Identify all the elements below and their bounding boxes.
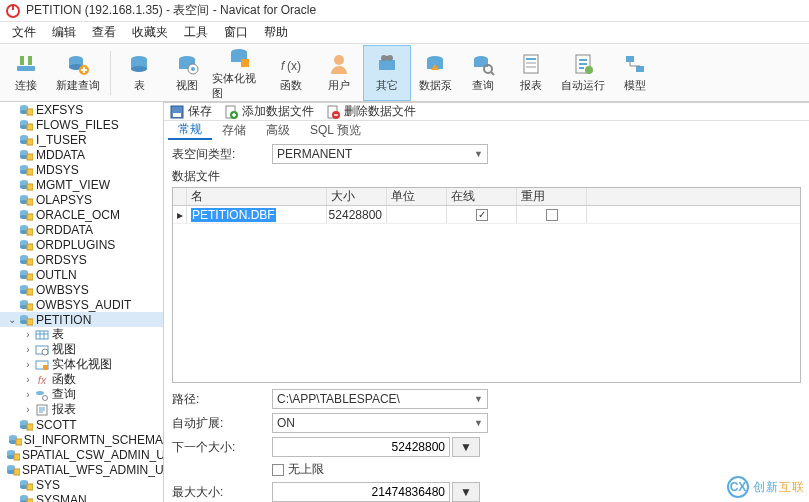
- toolbar-view[interactable]: 视图: [163, 45, 211, 101]
- maxsize-unit-button[interactable]: ▼: [452, 482, 480, 502]
- toolbar-model[interactable]: 模型: [611, 45, 659, 101]
- expander-icon[interactable]: ›: [22, 329, 34, 340]
- toolbar-auto[interactable]: 自动运行: [555, 45, 611, 101]
- menu-view[interactable]: 查看: [84, 24, 124, 41]
- cell-reuse[interactable]: [517, 206, 587, 223]
- expander-icon[interactable]: ›: [22, 344, 34, 355]
- autoextend-select[interactable]: ON ▼: [272, 413, 488, 433]
- svg-rect-35: [636, 66, 644, 72]
- action-bar: 保存 添加数据文件 删除数据文件: [164, 103, 809, 121]
- toolbar-connect[interactable]: 连接: [2, 45, 50, 101]
- tree-child-fx[interactable]: ›fx函数: [0, 372, 163, 387]
- tree-schema[interactable]: ORDDATA: [0, 222, 163, 237]
- col-name[interactable]: 名: [187, 188, 327, 205]
- toolbar-user[interactable]: 用户: [315, 45, 363, 101]
- tree-schema[interactable]: OLAPSYS: [0, 192, 163, 207]
- toolbar-mview[interactable]: 实体化视图: [211, 45, 267, 101]
- cell-unit[interactable]: [387, 206, 447, 223]
- tree-child-mview[interactable]: ›实体化视图: [0, 357, 163, 372]
- toolbar-other[interactable]: 其它: [363, 45, 411, 101]
- toolbar-newquery[interactable]: 新建查询: [50, 45, 106, 101]
- toolbar-query[interactable]: 查询: [459, 45, 507, 101]
- expander-icon[interactable]: ›: [22, 374, 34, 385]
- tree-schema[interactable]: MDDATA: [0, 147, 163, 162]
- tree-schema[interactable]: EXFSYS: [0, 102, 163, 117]
- tree-schema[interactable]: SYS: [0, 477, 163, 492]
- tree-label: MDSYS: [36, 163, 79, 177]
- svg-rect-91: [27, 304, 33, 310]
- col-online[interactable]: 在线: [447, 188, 517, 205]
- tree-schema[interactable]: ORACLE_OCM: [0, 207, 163, 222]
- expander-icon[interactable]: ⌄: [6, 314, 18, 325]
- sub-tab-bar: 常规 存储 高级 SQL 预览: [164, 121, 809, 140]
- col-unit[interactable]: 单位: [387, 188, 447, 205]
- schema-icon: [8, 433, 22, 447]
- toolbar-report[interactable]: 报表: [507, 45, 555, 101]
- toolbar-table[interactable]: 表: [115, 45, 163, 101]
- menu-edit[interactable]: 编辑: [44, 24, 84, 41]
- tree-schema[interactable]: SPATIAL_WFS_ADMIN_US: [0, 462, 163, 477]
- menu-window[interactable]: 窗口: [216, 24, 256, 41]
- tree-schema[interactable]: OWBSYS_AUDIT: [0, 297, 163, 312]
- menu-help[interactable]: 帮助: [256, 24, 296, 41]
- schema-icon: [18, 238, 34, 252]
- col-reuse[interactable]: 重用: [517, 188, 587, 205]
- save-icon: [170, 105, 184, 119]
- menu-fav[interactable]: 收藏夹: [124, 24, 176, 41]
- tab-general[interactable]: 常规: [168, 121, 212, 140]
- tab-sql-preview[interactable]: SQL 预览: [300, 122, 371, 139]
- svg-rect-95: [27, 319, 33, 325]
- menu-tools[interactable]: 工具: [176, 24, 216, 41]
- tree-schema[interactable]: SI_INFORMTN_SCHEMA: [0, 432, 163, 447]
- col-size[interactable]: 大小: [327, 188, 387, 205]
- svg-rect-119: [14, 469, 20, 475]
- mview-icon: [34, 358, 50, 372]
- cell-name[interactable]: PETITION.DBF: [187, 206, 327, 223]
- cell-online[interactable]: [447, 206, 517, 223]
- query-icon: [471, 52, 495, 76]
- unlimited-checkbox[interactable]: 无上限: [272, 461, 324, 478]
- tree-schema[interactable]: ⌄PETITION: [0, 312, 163, 327]
- toolbar-datapump[interactable]: 数据泵: [411, 45, 459, 101]
- delete-datafile-button[interactable]: 删除数据文件: [326, 103, 416, 120]
- tablespace-type-label: 表空间类型:: [172, 146, 272, 163]
- maxsize-input[interactable]: [272, 482, 450, 502]
- tree-schema[interactable]: I_TUSER: [0, 132, 163, 147]
- toolbar-func[interactable]: f(x)函数: [267, 45, 315, 101]
- tree-schema[interactable]: SYSMAN: [0, 492, 163, 502]
- add-datafile-button[interactable]: 添加数据文件: [224, 103, 314, 120]
- expander-icon[interactable]: ›: [22, 404, 34, 415]
- svg-rect-47: [27, 139, 33, 145]
- tree-child-query[interactable]: ›查询: [0, 387, 163, 402]
- path-select[interactable]: C:\APP\TABLESPACE\ ▼: [272, 389, 488, 409]
- tree-schema[interactable]: MDSYS: [0, 162, 163, 177]
- tree-schema[interactable]: SPATIAL_CSW_ADMIN_US: [0, 447, 163, 462]
- tree-schema[interactable]: SCOTT: [0, 417, 163, 432]
- tree-schema[interactable]: OWBSYS: [0, 282, 163, 297]
- tree-schema[interactable]: ORDSYS: [0, 252, 163, 267]
- save-button[interactable]: 保存: [170, 103, 212, 120]
- table-row[interactable]: ▸ PETITION.DBF 52428800: [173, 206, 800, 224]
- tab-storage[interactable]: 存储: [212, 122, 256, 139]
- datafiles-grid[interactable]: 名 大小 单位 在线 重用 ▸ PETITION.DBF 52428800: [172, 187, 801, 383]
- tree-schema[interactable]: MGMT_VIEW: [0, 177, 163, 192]
- path-value: C:\APP\TABLESPACE\: [277, 392, 400, 406]
- svg-point-33: [585, 66, 593, 74]
- schema-icon: [18, 118, 34, 132]
- menu-file[interactable]: 文件: [4, 24, 44, 41]
- tree-schema[interactable]: FLOWS_FILES: [0, 117, 163, 132]
- svg-rect-96: [36, 331, 48, 339]
- tree-schema[interactable]: ORDPLUGINS: [0, 237, 163, 252]
- tree-schema[interactable]: OUTLN: [0, 267, 163, 282]
- expander-icon[interactable]: ›: [22, 389, 34, 400]
- tree-child-view[interactable]: ›视图: [0, 342, 163, 357]
- nextsize-input[interactable]: [272, 437, 450, 457]
- expander-icon[interactable]: ›: [22, 359, 34, 370]
- tree-child-report[interactable]: ›报表: [0, 402, 163, 417]
- nextsize-unit-button[interactable]: ▼: [452, 437, 480, 457]
- tree-child-table[interactable]: ›表: [0, 327, 163, 342]
- tab-advanced[interactable]: 高级: [256, 122, 300, 139]
- cell-size[interactable]: 52428800: [327, 206, 387, 223]
- object-tree-sidebar[interactable]: EXFSYSFLOWS_FILESI_TUSERMDDATAMDSYSMGMT_…: [0, 102, 164, 502]
- tablespace-type-select[interactable]: PERMANENT ▼: [272, 144, 488, 164]
